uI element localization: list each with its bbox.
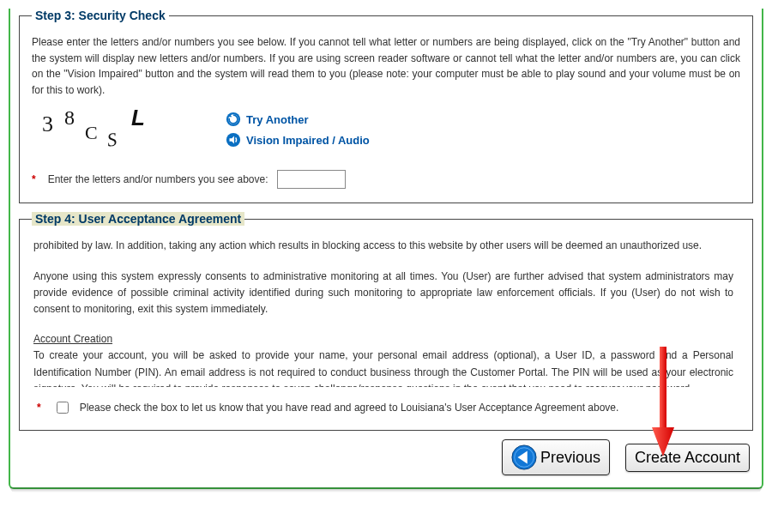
agreement-p3: To create your account, you will be aske… <box>33 348 733 387</box>
step4-legend: Step 4: User Acceptance Agreement <box>32 212 244 226</box>
create-account-button[interactable]: Create Account <box>625 444 750 472</box>
step4-fieldset: Step 4: User Acceptance Agreement prohib… <box>19 212 753 431</box>
required-star: * <box>32 173 36 185</box>
required-star-2: * <box>37 402 41 414</box>
create-account-label: Create Account <box>635 449 740 467</box>
agreement-scrollbox[interactable]: prohibited by law. In addition, taking a… <box>32 234 740 387</box>
captcha-row: 3 8 C S L Try Another <box>37 110 740 149</box>
step3-fieldset: Step 3: Security Check Please enter the … <box>19 9 753 203</box>
previous-arrow-icon <box>511 444 537 470</box>
previous-button[interactable]: Previous <box>502 439 610 475</box>
step3-instructions: Please enter the letters and/or numbers … <box>32 34 740 98</box>
captcha-links: Try Another Vision Impaired / Audio <box>226 112 370 148</box>
captcha-input[interactable] <box>277 170 346 189</box>
agreement-p2: Anyone using this system expressly conse… <box>33 269 733 318</box>
button-row: Previous Create Account <box>19 439 750 475</box>
audio-icon <box>226 132 241 148</box>
accept-checkbox[interactable] <box>57 402 69 414</box>
agreement-heading: Account Creation <box>33 331 733 348</box>
vision-impaired-label: Vision Impaired / Audio <box>246 134 370 147</box>
form-container: Step 3: Security Check Please enter the … <box>9 9 763 489</box>
try-another-link[interactable]: Try Another <box>226 112 370 127</box>
captcha-input-row: * Enter the letters and/or numbers you s… <box>32 170 740 189</box>
accept-label: Please check the box to let us know that… <box>80 402 619 414</box>
try-another-label: Try Another <box>246 113 308 126</box>
vision-impaired-link[interactable]: Vision Impaired / Audio <box>226 132 370 148</box>
refresh-icon <box>226 112 241 127</box>
container-shadow <box>10 487 762 493</box>
captcha-field-label: Enter the letters and/or numbers you see… <box>48 173 268 185</box>
accept-row: * Please check the box to let us know th… <box>37 399 740 416</box>
previous-label: Previous <box>540 449 600 467</box>
captcha-image: 3 8 C S L <box>37 110 148 149</box>
agreement-p1: prohibited by law. In addition, taking a… <box>33 238 733 254</box>
step3-legend: Step 3: Security Check <box>32 9 169 22</box>
